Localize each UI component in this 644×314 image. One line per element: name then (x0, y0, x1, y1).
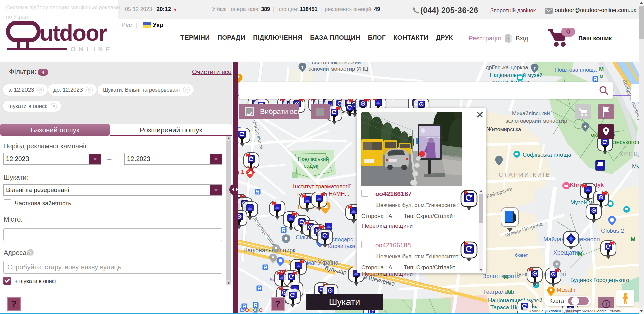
svg-text:Національний цирк: Національний цирк (243, 247, 296, 254)
svg-text:✝: ✝ (301, 65, 304, 70)
svg-text:o: o (249, 306, 253, 313)
svg-text:e: e (259, 306, 263, 313)
svg-text:G: G (239, 306, 245, 313)
svg-text:ХРЕЩ: ХРЕЩ (619, 151, 639, 158)
svg-text:Поштова площа: Поштова площа (555, 67, 597, 73)
svg-text:Globus 2: Globus 2 (601, 228, 624, 234)
svg-text:M: M (504, 274, 508, 280)
svg-text:Михайлівський: Михайлівський (512, 110, 550, 116)
svg-text:Му: Му (632, 163, 639, 170)
svg-text:ід 1: ід 1 (238, 169, 244, 175)
svg-text:✝: ✝ (497, 158, 501, 163)
svg-text:✝: ✝ (533, 66, 536, 71)
svg-text:СТАРИЙ КИЇВ: СТАРИЙ КИЇВ (499, 172, 551, 178)
svg-text:Musafir: Musafir (557, 287, 576, 293)
svg-text:садок: садок (304, 163, 318, 169)
svg-text:бювет: бювет (515, 253, 528, 258)
svg-text:КІНОБ КУТОТ: КІНОБ КУТОТ (426, 136, 443, 139)
svg-text:M: M (507, 289, 512, 296)
svg-text:Житомирська: Житомирська (487, 127, 521, 132)
svg-text:жіночий монастир УПЦ: жіночий монастир УПЦ (309, 66, 368, 72)
svg-text:o: o (245, 306, 249, 313)
svg-text:ONLINE: ONLINE (71, 46, 113, 53)
svg-text:M: M (600, 74, 603, 79)
svg-text:Будинок Городецького: Будинок Городецького (570, 277, 629, 284)
svg-text:M: M (631, 236, 635, 243)
svg-text:Карвицьки: Карвицьки (328, 243, 355, 249)
svg-text:i: i (606, 301, 607, 307)
svg-text:g: g (253, 306, 257, 313)
svg-text:M: M (578, 251, 582, 257)
svg-text:Хрещатик: Хрещатик (553, 249, 581, 256)
svg-text:M: M (599, 66, 604, 73)
svg-text:Національний музей: Національний музей (488, 297, 542, 304)
svg-text:дріївська церква: дріївська церква (486, 64, 528, 70)
svg-text:золотоверхий монастир: золотоверхий монастир (506, 118, 567, 124)
svg-text:Золоті ворота: Золоті ворота (483, 273, 520, 279)
svg-text:Софіївська площа: Софіївська площа (523, 152, 571, 158)
svg-text:Інститут травматології: Інститут травматології (293, 183, 351, 189)
svg-text:utdoor: utdoor (40, 20, 107, 45)
svg-text:l: l (257, 306, 259, 313)
svg-text:✝: ✝ (584, 125, 587, 129)
svg-text:свято-Покровський: свято-Покровський (312, 62, 361, 65)
svg-text:Павлівський: Павлівський (298, 156, 329, 162)
